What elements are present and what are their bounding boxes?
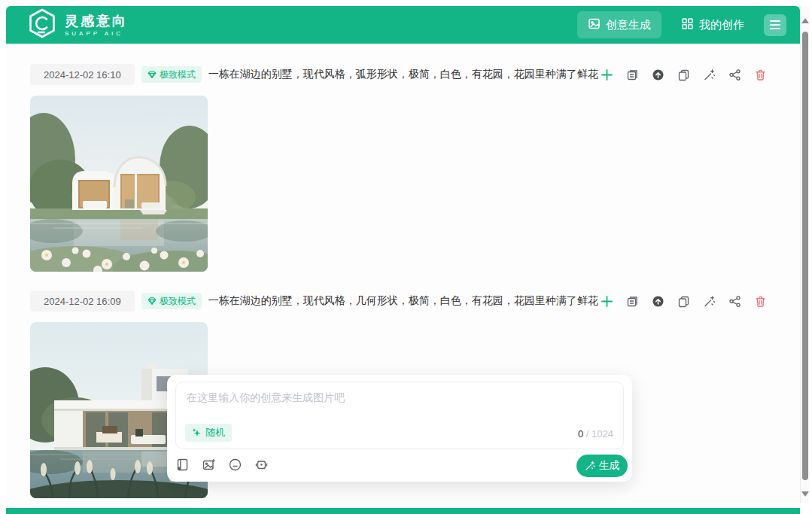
menu-button[interactable] [764, 14, 786, 36]
generation-row-1-header: 2024-12-02 16:10 极致模式 一栋在湖边的别墅，现代风格，弧形形状… [30, 64, 767, 85]
hamburger-icon [770, 20, 780, 29]
prompt-input-box[interactable]: 随机 0 / 1024 [175, 382, 624, 449]
generate-button[interactable]: 生成 [576, 455, 628, 477]
composer-toolbar [175, 452, 269, 476]
header-nav: 创意生成 我的创作 [577, 11, 786, 38]
scrollbar-up-arrow[interactable] [801, 18, 809, 23]
sparkle-icon [192, 428, 202, 438]
row-actions [601, 295, 767, 308]
row-actions [601, 68, 767, 81]
notebook-button[interactable] [175, 457, 190, 472]
nav-label: 我的创作 [699, 18, 744, 32]
mode-badge: 极致模式 [141, 293, 202, 309]
copy-button[interactable] [677, 295, 690, 308]
grid-icon [681, 17, 694, 32]
share-button[interactable] [728, 68, 741, 81]
wand-icon [585, 461, 595, 471]
delete-button[interactable] [754, 68, 767, 81]
prompt-doc-button[interactable] [626, 295, 639, 308]
image-icon [588, 17, 601, 32]
scrollbar-down-arrow[interactable] [801, 491, 809, 497]
mode-badge-label: 极致模式 [160, 295, 196, 308]
nav-label: 创意生成 [606, 18, 651, 32]
prompt-doc-button[interactable] [626, 68, 639, 81]
robot-button[interactable] [254, 457, 269, 472]
nav-my-creations[interactable]: 我的创作 [681, 17, 744, 32]
magic-wand-button[interactable] [703, 68, 716, 81]
timestamp: 2024-12-02 16:10 [30, 64, 135, 85]
nav-creative-generate[interactable]: 创意生成 [577, 11, 661, 38]
generation-row-2-header: 2024-12-02 16:09 极致模式 一栋在湖边的别墅，现代风格，几何形状… [30, 290, 767, 312]
gem-icon [147, 297, 157, 306]
share-button[interactable] [728, 295, 741, 308]
prompt-text: 一栋在湖边的别墅，现代风格，弧形形状，极简，白色，有花园，花园里种满了鲜花 [208, 68, 598, 81]
upscale-button[interactable] [652, 295, 665, 308]
app-logo[interactable]: 灵感意向 SUAPP AIC [27, 8, 128, 42]
gem-icon [147, 70, 157, 79]
add-button[interactable] [601, 68, 613, 81]
magic-wand-button[interactable] [703, 295, 716, 308]
seed-circle-button[interactable] [227, 457, 242, 472]
timestamp: 2024-12-02 16:09 [30, 290, 135, 312]
random-button[interactable]: 随机 [185, 424, 232, 442]
random-label: 随机 [205, 426, 225, 439]
char-limit: 1024 [592, 428, 613, 439]
prompt-composer: 随机 0 / 1024 [167, 375, 632, 482]
add-button[interactable] [601, 295, 613, 308]
footer-bar [6, 508, 800, 514]
copy-button[interactable] [677, 68, 690, 81]
upscale-button[interactable] [652, 68, 665, 81]
generated-image-1[interactable] [30, 96, 208, 272]
char-count: 0 [578, 428, 583, 439]
curved-villa-scene [30, 96, 208, 272]
scrollbar-thumb[interactable] [802, 32, 808, 480]
app-header: 灵感意向 SUAPP AIC 创意生成 [6, 6, 800, 44]
app-title: 灵感意向 [65, 14, 128, 29]
generate-label: 生成 [599, 459, 620, 473]
prompt-text: 一栋在湖边的别墅，现代风格，几何形状，极简，白色，有花园，花园里种满了鲜花 [208, 294, 598, 308]
mode-badge: 极致模式 [141, 66, 202, 83]
app-subtitle: SUAPP AIC [65, 30, 128, 37]
char-separator: / [586, 428, 589, 439]
logo-hexagon-icon [27, 8, 57, 42]
char-counter: 0 / 1024 [578, 428, 613, 439]
vertical-scrollbar[interactable] [800, 6, 809, 503]
image-add-button[interactable] [201, 457, 216, 472]
prompt-input[interactable] [176, 382, 623, 421]
delete-button[interactable] [754, 295, 767, 308]
mode-badge-label: 极致模式 [160, 68, 196, 81]
